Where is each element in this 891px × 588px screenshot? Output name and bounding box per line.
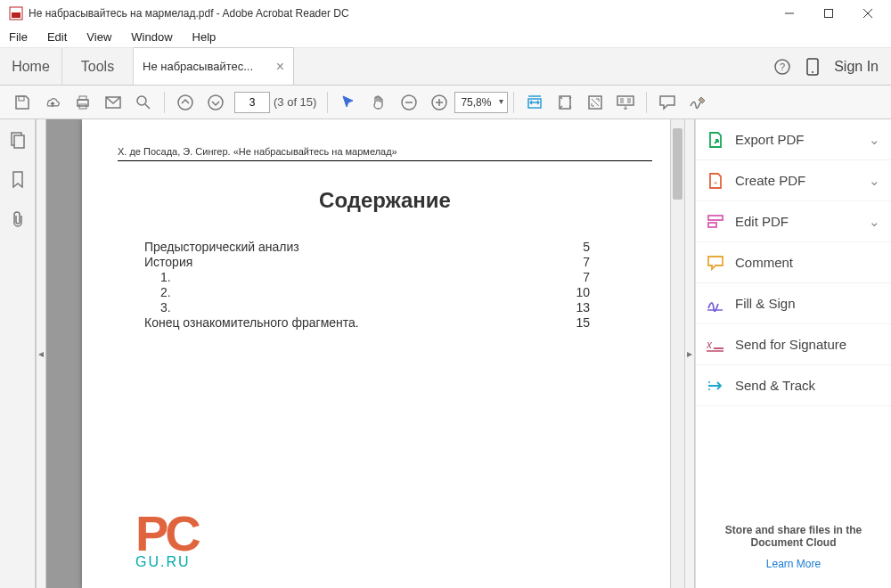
document-tab[interactable]: Не набрасывайтес... × [134,47,294,85]
save-icon[interactable] [7,86,37,119]
chevron-down-icon: ⌄ [869,214,880,230]
toc-title: Содержание [118,188,652,213]
fit-width-icon[interactable] [519,86,550,119]
zoom-select[interactable]: 75,8% [454,92,508,113]
cloud-icon[interactable] [37,86,68,119]
toc-page: 13 [563,300,590,314]
print-icon[interactable] [68,86,98,119]
zoom-value: 75,8% [454,92,508,113]
toc-page: 10 [563,285,590,299]
fit-page-icon[interactable] [550,86,580,119]
learn-more-link[interactable]: Learn More [708,558,879,570]
svg-text:?: ? [780,61,785,72]
tab-tools[interactable]: Tools [62,48,134,85]
maximize-button[interactable] [809,0,848,27]
read-mode-icon[interactable] [610,86,641,119]
close-tab-icon[interactable]: × [276,59,284,75]
toc-row: Предысторический анализ5 [144,240,590,254]
zoom-in-icon[interactable] [424,86,454,119]
toc-label: История [144,255,192,269]
export-pdf-label: Export PDF [735,132,805,147]
fill-sign-icon [707,295,724,313]
thumbnails-icon[interactable] [10,132,26,150]
attachment-icon[interactable] [11,210,25,228]
selection-tool-icon[interactable] [333,86,364,119]
sign-icon[interactable] [683,86,713,119]
document-viewport[interactable]: Х. де Посада, Э. Сингер. «Не набрасывайт… [46,119,684,588]
toc-label: Конец ознакомительного фрагмента. [144,315,359,330]
toc-row: 3.13 [144,300,590,314]
svg-rect-29 [14,135,24,148]
left-panel-handle[interactable]: ◂ [36,119,46,588]
create-pdf-item[interactable]: + Create PDF ⌄ [696,160,891,201]
send-track-item[interactable]: Send & Track [696,365,891,406]
edit-pdf-label: Edit PDF [735,214,789,229]
hand-tool-icon[interactable] [364,86,394,119]
pdf-page: Х. де Посада, Э. Сингер. «Не набрасывайт… [82,119,684,588]
toc-row: 1.7 [144,270,590,284]
menu-window[interactable]: Window [127,29,176,45]
fill-sign-item[interactable]: Fill & Sign [696,283,891,324]
watermark-top: PC [135,514,198,554]
svg-point-15 [137,96,146,105]
svg-rect-1 [12,12,20,18]
menu-help[interactable]: Help [189,29,220,45]
export-pdf-item[interactable]: Export PDF ⌄ [696,119,891,160]
comment-item[interactable]: Comment [696,242,891,283]
page-down-icon[interactable] [200,86,231,119]
edit-pdf-icon [707,213,724,231]
header-rule [118,160,652,161]
zoom-out-icon[interactable] [394,86,424,119]
minimize-button[interactable] [770,0,809,27]
fullscreen-icon[interactable] [580,86,610,119]
toc-row: 2.10 [144,285,590,299]
close-window-button[interactable] [848,0,887,27]
comment-panel-icon [707,254,724,272]
sign-in-button[interactable]: Sign In [834,59,879,75]
toc-label: 2. [160,285,171,299]
send-signature-icon: x [707,336,724,354]
svg-point-17 [178,95,192,110]
email-icon[interactable] [98,86,128,119]
menubar: File Edit View Window Help [0,27,891,48]
svg-rect-27 [617,96,634,105]
toc-page: 15 [563,315,590,330]
edit-pdf-item[interactable]: Edit PDF ⌄ [696,201,891,242]
svg-point-38 [708,388,710,390]
page-number-input[interactable] [234,92,270,113]
comment-icon[interactable] [652,86,683,119]
vertical-scrollbar[interactable] [670,119,684,588]
scrollbar-thumb[interactable] [673,128,683,200]
mobile-icon[interactable] [805,58,820,76]
toc-label: Предысторический анализ [144,240,299,254]
page-header: Х. де Посада, Э. Сингер. «Не набрасывайт… [118,146,652,157]
toc-row: Конец ознакомительного фрагмента.15 [144,315,590,330]
chevron-down-icon: ⌄ [869,173,880,189]
tab-home[interactable]: Home [0,48,62,85]
left-sidebar [0,119,36,588]
export-pdf-icon [707,131,724,149]
svg-rect-32 [708,223,716,227]
svg-line-16 [145,104,150,109]
bookmark-icon[interactable] [12,171,24,189]
toc-label: 3. [160,300,171,314]
toc-row: История7 [144,255,590,269]
window-title: Не набрасывайтесь на мармелад.pdf - Adob… [29,7,770,20]
titlebar: Не набрасывайтесь на мармелад.pdf - Adob… [0,0,891,27]
watermark: PC GU.RU [135,514,198,570]
page-up-icon[interactable] [170,86,200,119]
menu-edit[interactable]: Edit [44,29,70,45]
footer-text: Store and share files in the Document Cl… [725,524,862,549]
right-panel-handle[interactable]: ▸ [684,119,695,588]
svg-rect-3 [825,9,833,17]
help-icon[interactable]: ? [773,58,791,76]
menu-file[interactable]: File [5,29,31,45]
search-icon[interactable] [128,86,159,119]
fill-sign-label: Fill & Sign [735,296,796,311]
menu-view[interactable]: View [83,29,115,45]
document-tab-label: Не набрасывайтес... [143,60,253,73]
create-pdf-icon: + [707,172,724,190]
send-signature-item[interactable]: x Send for Signature [696,324,891,365]
comment-label: Comment [735,255,793,270]
toc-list: Предысторический анализ5История71.72.103… [118,240,599,330]
